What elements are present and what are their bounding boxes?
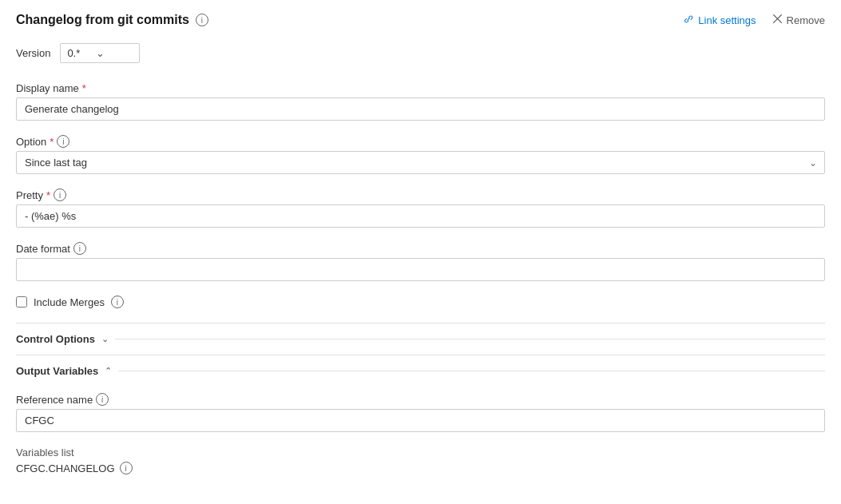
output-variables-content: Reference name i Variables list CFGC.CHA… (16, 387, 825, 474)
option-label: Option (16, 136, 46, 148)
control-options-divider-line (115, 339, 825, 339)
output-variables-divider-line (118, 371, 825, 371)
option-label-row: Option * i (16, 135, 825, 148)
output-variables-section[interactable]: Output Variables ⌃ (16, 355, 825, 387)
link-icon (683, 14, 694, 27)
link-settings-button[interactable]: Link settings (683, 14, 756, 27)
remove-label: Remove (787, 14, 825, 26)
pretty-group: Pretty * i (16, 189, 825, 228)
option-info-icon[interactable]: i (57, 135, 69, 148)
date-format-info-icon[interactable]: i (73, 242, 86, 255)
option-select-wrapper: Since last tag Between tags Since date ⌄ (16, 151, 825, 174)
display-name-label-row: Display name * (16, 82, 825, 94)
title-info-icon[interactable]: i (196, 14, 208, 26)
page-header: Changelog from git commits i Link settin… (16, 13, 825, 27)
version-value: 0.* (67, 47, 80, 59)
display-name-input[interactable] (16, 97, 825, 121)
control-options-section[interactable]: Control Options ⌄ (16, 323, 825, 355)
date-format-label-row: Date format i (16, 242, 825, 255)
reference-name-label: Reference name (16, 394, 93, 406)
link-settings-label: Link settings (698, 14, 756, 26)
display-name-group: Display name * (16, 82, 825, 121)
include-merges-label: Include Merges (34, 296, 105, 308)
variable-info-icon[interactable]: i (120, 462, 133, 474)
include-merges-row: Include Merges i (16, 296, 825, 308)
remove-icon (772, 14, 783, 26)
reference-name-input[interactable] (16, 409, 825, 432)
display-name-required: * (82, 82, 86, 94)
pretty-label: Pretty (16, 189, 43, 201)
version-chevron-icon: ⌄ (96, 47, 105, 59)
header-left: Changelog from git commits i (16, 13, 208, 27)
display-name-label: Display name (16, 82, 79, 94)
include-merges-checkbox[interactable] (16, 296, 27, 308)
option-required: * (50, 136, 54, 148)
version-select[interactable]: 0.* ⌄ (60, 43, 140, 63)
include-merges-info-icon[interactable]: i (111, 296, 124, 308)
variable-item: CFGC.CHANGELOG i (16, 462, 825, 474)
date-format-label: Date format (16, 243, 70, 255)
variable-name: CFGC.CHANGELOG (16, 462, 115, 474)
pretty-info-icon[interactable]: i (54, 189, 66, 201)
date-format-input[interactable] (16, 258, 825, 281)
version-row: Version 0.* ⌄ (16, 43, 825, 63)
output-variables-title: Output Variables (16, 365, 98, 377)
option-group: Option * i Since last tag Between tags S… (16, 135, 825, 174)
option-select[interactable]: Since last tag Between tags Since date (16, 151, 825, 174)
control-options-title: Control Options (16, 333, 95, 345)
reference-name-group: Reference name i (16, 393, 825, 432)
pretty-label-row: Pretty * i (16, 189, 825, 201)
header-actions: Link settings Remove (683, 14, 825, 27)
control-options-chevron-icon: ⌄ (101, 334, 109, 344)
remove-button[interactable]: Remove (772, 14, 825, 26)
output-variables-chevron-icon: ⌃ (105, 366, 112, 376)
date-format-group: Date format i (16, 242, 825, 281)
variables-list-label: Variables list (16, 446, 825, 458)
reference-name-info-icon[interactable]: i (96, 393, 109, 406)
page-title: Changelog from git commits (16, 13, 189, 27)
pretty-required: * (46, 189, 50, 201)
version-label: Version (16, 47, 50, 59)
reference-name-label-row: Reference name i (16, 393, 825, 406)
pretty-input[interactable] (16, 204, 825, 228)
